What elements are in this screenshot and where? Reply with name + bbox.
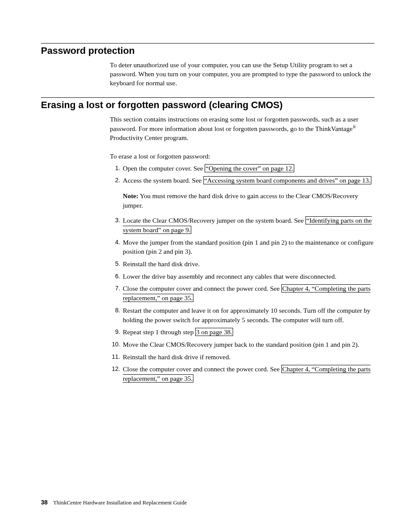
paragraph: This section contains instructions on er… (110, 115, 374, 143)
text: Reinstall the hard disk drive if removed… (123, 353, 230, 361)
list-item: Move the jumper from the standard positi… (110, 238, 374, 256)
text: Close the computer cover and connect the… (123, 365, 281, 373)
text: Lower the drive bay assembly and reconne… (123, 273, 336, 280)
registered-mark-icon: ® (352, 124, 356, 129)
text: Repeat step 1 through step (123, 328, 195, 336)
text: Locate the Clear CMOS/Recovery jumper on… (123, 217, 305, 224)
section-rule (41, 97, 374, 98)
text: Close the computer cover and connect the… (123, 285, 281, 292)
cross-ref-link[interactable]: “Accessing system board components and d… (203, 176, 371, 184)
footer-title: ThinkCentre Hardware Installation and Re… (53, 499, 187, 506)
page-footer: 38 ThinkCentre Hardware Installation and… (41, 499, 187, 506)
text: Access the system board. See (123, 177, 203, 184)
note-block: Note: You must remove the hard disk driv… (123, 191, 374, 210)
paragraph-intro: To erase a lost or forgotten password: (110, 152, 374, 161)
text: Productivity Center program. (110, 134, 188, 141)
section-password-protection: Password protection To deter unauthorize… (41, 43, 374, 88)
section-clearing-cmos: Erasing a lost or forgotten password (cl… (41, 97, 374, 383)
text: Open the computer cover. See (123, 165, 205, 172)
list-item: Reinstall the hard disk drive. (110, 259, 374, 269)
steps-list: Open the computer cover. See “Opening th… (110, 164, 374, 383)
cross-ref-link[interactable]: “Opening the cover” on page 12. (205, 164, 294, 172)
cross-ref-link[interactable]: 3 on page 38. (195, 328, 233, 336)
list-item: Open the computer cover. See “Opening th… (110, 164, 374, 173)
page-number: 38 (41, 499, 48, 506)
list-item: Lower the drive bay assembly and reconne… (110, 272, 374, 281)
note-label: Note: (123, 192, 138, 199)
list-item: Move the Clear CMOS/Recovery jumper back… (110, 340, 374, 349)
list-item: Close the computer cover and connect the… (110, 284, 374, 302)
text: Restart the computer and leave it on for… (123, 307, 371, 324)
text: This section contains instructions on er… (110, 115, 358, 132)
text: Move the Clear CMOS/Recovery jumper back… (123, 341, 359, 348)
list-item: Restart the computer and leave it on for… (110, 306, 374, 324)
list-item: Repeat step 1 through step 3 on page 38. (110, 327, 374, 337)
heading-clearing-cmos: Erasing a lost or forgotten password (cl… (41, 100, 374, 111)
list-item: Access the system board. See “Accessing … (110, 176, 374, 210)
note-text: You must remove the hard disk drive to g… (123, 192, 358, 209)
paragraph: To deter unauthorized use of your comput… (110, 61, 374, 88)
section-rule (41, 43, 374, 44)
text: Move the jumper from the standard positi… (123, 239, 374, 255)
text: Reinstall the hard disk drive. (123, 260, 200, 268)
list-item: Locate the Clear CMOS/Recovery jumper on… (110, 216, 374, 234)
list-item: Close the computer cover and connect the… (110, 364, 374, 383)
list-item: Reinstall the hard disk drive if removed… (110, 352, 374, 362)
heading-password-protection: Password protection (41, 45, 374, 56)
